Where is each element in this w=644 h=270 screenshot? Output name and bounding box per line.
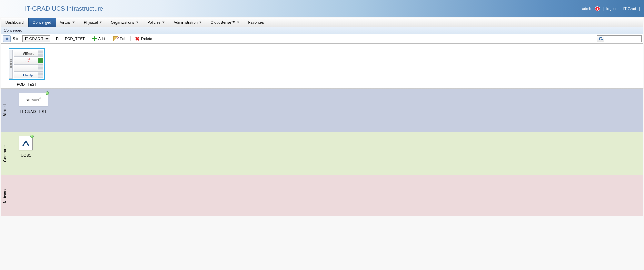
compute-card-label: UCS1 (19, 153, 33, 157)
pod-row-cisco: ılıılıCISCO (14, 57, 43, 64)
pod-area: FlexPod vmware ılıılıCISCO ▮ NetApp POD_… (1, 44, 643, 88)
pod-row-vmware: vmware (14, 50, 43, 57)
site-select[interactable]: IT-GRAD T... (22, 35, 50, 42)
app-title: IT-GRAD UCS Infrastructure (25, 5, 103, 12)
nav-cloudsense[interactable]: CloudSense™▼ (207, 18, 244, 27)
virtual-card-label: IT-GRAD-TEST (19, 109, 48, 114)
home-icon (5, 37, 9, 41)
nav-virtual[interactable]: Virtual▼ (56, 18, 80, 27)
vmware-icon: vmware® (19, 93, 48, 106)
pod-card[interactable]: FlexPod vmware ılıılıCISCO ▮ NetApp POD_… (9, 48, 45, 86)
header-right: admin 3 | logout | IT-Grad | (582, 6, 640, 11)
stack-label-network: Network (1, 175, 9, 216)
stack-label-virtual: Virtual (1, 89, 9, 132)
user-link[interactable]: admin (582, 7, 592, 11)
search-icon[interactable] (597, 35, 604, 42)
chevron-down-icon: ▼ (162, 21, 165, 24)
edit-icon (113, 36, 118, 41)
pod-type-label: FlexPod (9, 50, 13, 79)
chevron-down-icon: ▼ (99, 21, 102, 24)
plus-icon (92, 36, 97, 41)
ucs-icon (19, 136, 33, 150)
pod-label: Pod: POD_TEST (56, 37, 85, 41)
edit-button[interactable]: Edit (112, 36, 128, 42)
nav-policies[interactable]: Policies▼ (143, 18, 169, 27)
stack-compute: Compute UCS1 (1, 132, 643, 175)
app-header: IT-GRAD UCS Infrastructure admin 3 | log… (0, 0, 644, 17)
chevron-down-icon: ▼ (72, 21, 75, 24)
alerts-badge[interactable]: 3 (595, 6, 600, 11)
page-title: Converged (1, 27, 643, 34)
pod-name: POD_TEST (9, 82, 45, 86)
chevron-down-icon: ▼ (237, 21, 240, 24)
status-dot-icon (46, 91, 49, 95)
search-box (597, 35, 642, 42)
compute-card[interactable]: UCS1 (19, 136, 33, 157)
stack-virtual: Virtual vmware® IT-GRAD-TEST (1, 89, 643, 132)
chevron-down-icon: ▼ (136, 21, 139, 24)
add-button[interactable]: Add (91, 36, 107, 42)
nav-converged[interactable]: Converged (28, 18, 56, 27)
logout-link[interactable]: logout (606, 7, 617, 11)
delete-button[interactable]: Delete (133, 36, 153, 42)
main-nav: Dashboard Converged Virtual▼ Physical▼ O… (1, 18, 643, 27)
chevron-down-icon: ▼ (199, 21, 202, 24)
nav-administration[interactable]: Administration▼ (169, 18, 207, 27)
nav-favorites[interactable]: Favorites (244, 18, 268, 27)
status-dot-icon (30, 135, 34, 138)
delete-icon (135, 36, 140, 41)
stack-label-compute: Compute (1, 132, 9, 175)
nav-physical[interactable]: Physical▼ (80, 18, 107, 27)
search-input[interactable] (604, 35, 642, 42)
site-label: Site: (13, 37, 20, 41)
pod-row-netapp: ▮ NetApp (14, 71, 43, 78)
nav-organizations[interactable]: Organizations▼ (107, 18, 143, 27)
pod-row-empty (14, 64, 43, 71)
virtual-card[interactable]: vmware® IT-GRAD-TEST (19, 93, 48, 114)
nav-dashboard[interactable]: Dashboard (1, 18, 28, 27)
toolbar: Site: IT-GRAD T... Pod: POD_TEST Add Edi… (1, 34, 643, 44)
home-button[interactable] (3, 35, 11, 42)
stack-network: Network (1, 175, 643, 216)
org-link[interactable]: IT-Grad (623, 7, 636, 11)
